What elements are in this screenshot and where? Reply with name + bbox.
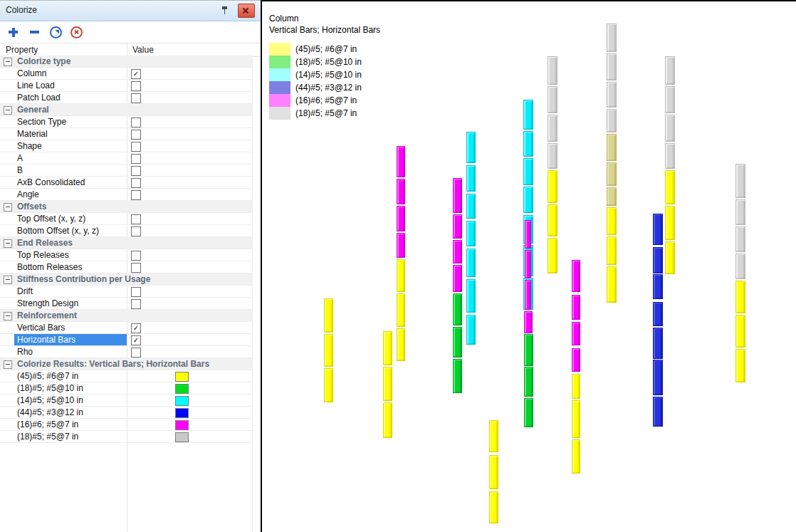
3d-view[interactable]: Column Vertical Bars; Horizontal Bars (4… [261,0,796,532]
column-segment-cyan[interactable] [466,165,476,192]
checkbox[interactable] [131,178,141,188]
column-segment-green[interactable] [524,367,533,397]
column-segment-yellow[interactable] [324,368,333,402]
column-segment-gray[interactable] [665,115,675,142]
checkbox[interactable] [131,190,141,200]
column-segment-yellow[interactable] [383,402,392,438]
group-row[interactable]: End Releases [0,237,252,249]
result-row[interactable]: (18)#5; #5@10 in [0,382,252,395]
property-row[interactable]: Top Releases [0,249,252,261]
column-segment-yellow[interactable] [324,334,333,367]
checkbox[interactable] [131,226,141,236]
column-segment-yellow[interactable] [548,238,557,273]
column-segment-cyan[interactable] [466,132,476,163]
collapse-minus-icon[interactable] [4,58,12,66]
property-row[interactable]: Patch Load [0,92,252,104]
collapse-minus-icon[interactable] [4,276,12,284]
column-segment-cyan[interactable] [523,131,533,157]
property-row[interactable]: Material [0,128,252,140]
collapse-minus-icon[interactable] [4,239,12,248]
group-row[interactable]: Stiffness Contribution per Usage [0,273,252,286]
column-segment-yellow[interactable] [324,298,333,333]
column-segment-tan[interactable] [607,162,617,186]
column-segment-gray[interactable] [548,86,557,113]
checkbox[interactable] [131,118,141,127]
column-segment-tan[interactable] [607,134,617,161]
checkbox[interactable] [131,287,141,297]
color-swatch[interactable] [175,432,189,442]
pin-button[interactable] [219,5,231,16]
group-row[interactable]: Reinforcement [0,310,252,322]
property-row[interactable]: Vertical Bars✓ [0,322,252,334]
column-segment-yellow[interactable] [397,259,405,292]
property-row[interactable]: Drift [0,286,252,298]
color-swatch[interactable] [175,408,189,418]
property-row[interactable]: Column✓ [0,68,252,80]
property-row[interactable]: Line Load [0,80,252,92]
column-segment-gray[interactable] [607,109,617,132]
column-segment-tan[interactable] [607,187,617,206]
property-row[interactable]: AxB Consolidated [0,177,252,189]
column-segment-gray[interactable] [607,53,617,80]
column-segment-cyan[interactable] [466,279,476,313]
column-segment-yellow[interactable] [572,374,580,399]
column-segment-magenta[interactable] [453,178,462,213]
column-segment-magenta[interactable] [397,206,405,231]
column-segment-yellow[interactable] [489,491,498,523]
collapse-minus-icon[interactable] [4,106,12,115]
column-segment-cyan[interactable] [466,194,476,219]
column-segment-magenta[interactable] [572,348,580,372]
collapse-minus-icon[interactable] [4,203,12,212]
column-segment-magenta[interactable] [453,240,462,264]
column-segment-yellow[interactable] [489,420,498,452]
color-swatch[interactable] [175,372,189,382]
result-row[interactable]: (16)#6; #5@7 in [0,419,252,431]
column-segment-cyan[interactable] [466,249,476,277]
column-segment-yellow[interactable] [397,293,405,327]
checkbox[interactable] [131,166,141,176]
checkbox[interactable]: ✓ [131,323,141,333]
column-segment-magenta[interactable] [572,322,580,345]
column-segment-magenta[interactable] [397,179,405,204]
column-segment-yellow[interactable] [607,266,617,303]
column-segment-yellow[interactable] [572,400,580,438]
column-segment-yellow[interactable] [665,241,675,274]
checkbox[interactable] [131,154,141,164]
checkbox[interactable] [131,251,141,261]
checkbox[interactable]: ✓ [131,69,141,79]
property-row[interactable]: Bottom Releases [0,261,252,273]
panel-titlebar[interactable]: Colorize [0,1,261,21]
checkbox[interactable] [131,263,141,273]
cancel-button[interactable] [70,26,83,38]
column-segment-blue[interactable] [653,214,663,245]
result-row[interactable]: (45)#5; #6@7 in [0,370,252,382]
column-segment-magenta[interactable] [572,295,580,320]
property-row[interactable]: Angle [0,189,252,201]
property-row[interactable]: Bottom Offset (x, y, z) [0,225,252,237]
column-segment-blue[interactable] [653,274,663,299]
column-segment-magenta[interactable] [397,146,405,177]
checkbox[interactable] [131,93,141,103]
column-segment-green[interactable] [524,334,533,366]
column-segment-yellow[interactable] [665,170,675,204]
column-segment-green[interactable] [453,293,462,325]
column-segment-magenta[interactable] [525,220,531,249]
close-button[interactable] [238,4,255,18]
column-segment-gray[interactable] [665,56,675,85]
property-row[interactable]: Horizontal Bars✓ [0,334,252,346]
column-segment-magenta[interactable] [397,233,405,258]
result-row[interactable]: (14)#5; #5@10 in [0,395,252,407]
column-segment-yellow[interactable] [735,315,745,348]
checkbox[interactable] [131,130,141,140]
column-segment-green[interactable] [453,359,462,393]
column-segment-cyan[interactable] [523,187,533,213]
column-segment-yellow[interactable] [665,206,675,240]
checkbox[interactable] [131,142,141,152]
property-row[interactable]: A [0,152,252,165]
column-segment-blue[interactable] [653,302,663,326]
checkbox[interactable] [131,299,141,309]
column-segment-green[interactable] [524,398,533,427]
checkbox[interactable]: ✓ [131,335,141,345]
column-segment-gray[interactable] [607,24,617,52]
column-segment-magenta[interactable] [453,214,462,239]
